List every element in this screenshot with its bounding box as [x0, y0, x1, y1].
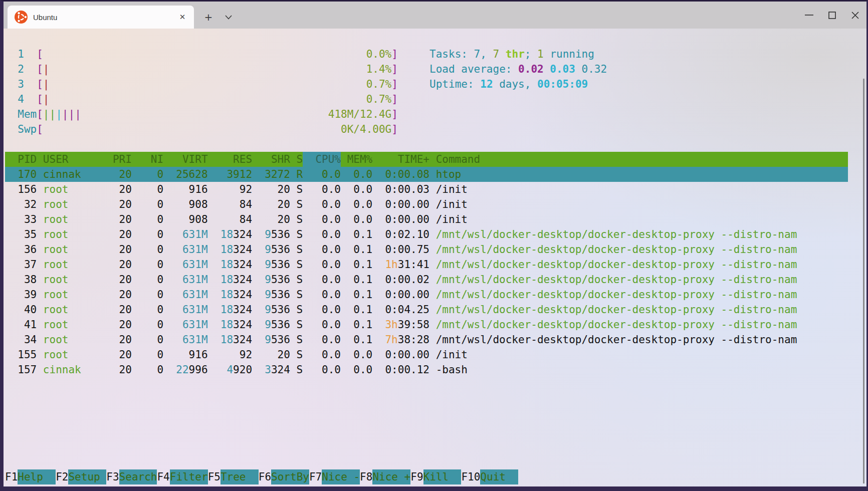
- fn-quit-button[interactable]: Quit: [480, 469, 518, 484]
- fn-filter-button[interactable]: Filter: [170, 469, 208, 484]
- cell-pri: 20: [106, 257, 132, 272]
- column-header-mem[interactable]: MEM%: [341, 152, 372, 167]
- column-header-ni[interactable]: NI: [132, 152, 163, 167]
- cell-pid: 37: [5, 257, 37, 272]
- process-row-pid-38[interactable]: 38 root200631M183249536S0.00.10:00.02 /m…: [5, 272, 848, 287]
- fn-setup-button[interactable]: Setup: [68, 469, 106, 484]
- process-row-pid-32[interactable]: 32 root2009088420S0.00.00:00.00 /init: [5, 197, 848, 212]
- cell-shr: 9536: [252, 272, 290, 287]
- minimize-button[interactable]: [797, 2, 820, 29]
- column-header-shr[interactable]: SHR: [252, 152, 290, 167]
- column-header-cmd[interactable]: Command: [436, 152, 848, 167]
- maximize-button[interactable]: [820, 2, 843, 29]
- cell-pri: 20: [106, 272, 132, 287]
- cell-shr: 9536: [252, 242, 290, 257]
- cell-mem: 0.1: [341, 317, 372, 332]
- fn-sortby-button[interactable]: SortBy: [271, 469, 309, 484]
- cell-time: 0:00.00: [372, 347, 429, 362]
- cell-s: R: [290, 167, 303, 182]
- process-row-pid-33[interactable]: 33 root2009088420S0.00.00:00.00 /init: [5, 212, 848, 227]
- process-row-pid-34[interactable]: 34 root200631M183249536S0.00.17h38:28 /m…: [5, 332, 848, 347]
- cpu3-meter: 3[|0.7%]: [18, 77, 410, 92]
- column-header-cpu[interactable]: CPU%: [303, 152, 341, 167]
- cell-virt: 916: [163, 347, 208, 362]
- close-button[interactable]: [843, 2, 866, 29]
- fn-key-tree: F5: [208, 469, 221, 484]
- cell-pri: 20: [106, 332, 132, 347]
- column-header-virt[interactable]: VIRT: [163, 152, 208, 167]
- fn-search-button[interactable]: Search: [119, 469, 157, 484]
- column-header-pid[interactable]: PID: [5, 152, 37, 167]
- cell-shr: 20: [252, 197, 290, 212]
- cell-time: 0:04.25: [372, 302, 429, 317]
- cell-pid: 170: [5, 167, 37, 182]
- column-header-s[interactable]: S: [290, 152, 303, 167]
- terminal-window: Ubuntu ✕ + 1[0.0%]2[|1.4%]3[|0.7%]4[|0.7…: [0, 0, 868, 491]
- process-row-pid-40[interactable]: 40 root200631M183249536S0.00.10:04.25 /m…: [5, 302, 848, 317]
- cell-mem: 0.0: [341, 362, 372, 377]
- cell-res: 84: [208, 212, 253, 227]
- cell-cpu: 0.0: [303, 347, 341, 362]
- cell-ni: 0: [132, 167, 163, 182]
- fn-nice-plus-button[interactable]: Nice +: [372, 469, 410, 484]
- cell-res: 18324: [208, 257, 253, 272]
- cell-ni: 0: [132, 212, 163, 227]
- cell-pri: 20: [106, 302, 132, 317]
- column-header-res[interactable]: RES: [208, 152, 253, 167]
- cell-cpu: 0.0: [303, 182, 341, 197]
- process-row-pid-156[interactable]: 156 root2009169220S0.00.00:00.03 /init: [5, 182, 848, 197]
- cell-mem: 0.1: [341, 332, 372, 347]
- process-row-pid-39[interactable]: 39 root200631M183249536S0.00.10:00.00 /m…: [5, 287, 848, 302]
- process-row-pid-170[interactable]: 170 cinnak2002562839123272R0.00.00:00.08…: [5, 167, 848, 182]
- fn-tree-button[interactable]: Tree: [221, 469, 259, 484]
- fn-key-nice-minus: F7: [309, 469, 322, 484]
- fn-key-help: F1: [5, 469, 18, 484]
- new-tab-button[interactable]: +: [200, 6, 217, 29]
- cell-cpu: 0.0: [303, 362, 341, 377]
- cell-s: S: [290, 272, 303, 287]
- process-row-pid-41[interactable]: 41 root200631M183249536S0.00.13h39:58 /m…: [5, 317, 848, 332]
- process-row-pid-157[interactable]: 157 cinnak2002299649203324S0.00.00:00.12…: [5, 362, 848, 377]
- scrollbar[interactable]: [863, 79, 864, 483]
- cell-mem: 0.1: [341, 257, 372, 272]
- terminal-tab-ubuntu[interactable]: Ubuntu ✕: [8, 6, 194, 29]
- tab-close-icon[interactable]: ✕: [176, 11, 189, 24]
- process-row-pid-35[interactable]: 35 root200631M183249536S0.00.10:02.10 /m…: [5, 227, 848, 242]
- cell-cpu: 0.0: [303, 197, 341, 212]
- process-row-pid-155[interactable]: 155 root2009169220S0.00.00:00.00 /init: [5, 347, 848, 362]
- cell-pri: 20: [106, 287, 132, 302]
- process-table: PID USERPRINIVIRTRESSHRSCPU%MEM%TIME+ Co…: [5, 152, 848, 377]
- cell-ni: 0: [132, 242, 163, 257]
- fn-key-filter: F4: [157, 469, 169, 484]
- fn-help-button[interactable]: Help: [18, 469, 56, 484]
- column-header-user[interactable]: USER: [43, 152, 106, 167]
- process-row-pid-36[interactable]: 36 root200631M183249536S0.00.10:00.75 /m…: [5, 242, 848, 257]
- cell-cpu: 0.0: [303, 242, 341, 257]
- cell-pid: 35: [5, 227, 37, 242]
- cell-time: 0:02.10: [372, 227, 429, 242]
- title-bar: Ubuntu ✕ +: [4, 2, 866, 29]
- cell-s: S: [290, 362, 303, 377]
- fn-nice-minus-button[interactable]: Nice -: [322, 469, 360, 484]
- cell-user: root: [43, 272, 106, 287]
- fn-kill-button[interactable]: Kill: [423, 469, 462, 484]
- cell-ni: 0: [132, 182, 163, 197]
- cell-ni: 0: [132, 197, 163, 212]
- cell-res: 92: [208, 347, 253, 362]
- cell-mem: 0.1: [341, 227, 372, 242]
- cell-shr: 9536: [252, 257, 290, 272]
- column-header-time[interactable]: TIME+: [372, 152, 429, 167]
- cell-s: S: [290, 302, 303, 317]
- cell-pri: 20: [106, 362, 132, 377]
- fn-key-nice-plus: F8: [360, 469, 372, 484]
- process-row-pid-37[interactable]: 37 root200631M183249536S0.00.11h31:41 /m…: [5, 257, 848, 272]
- cell-res: 18324: [208, 272, 253, 287]
- cell-res: 18324: [208, 302, 253, 317]
- cell-shr: 20: [252, 212, 290, 227]
- tab-dropdown-button[interactable]: [220, 6, 237, 29]
- cell-time: 0:00.00: [372, 197, 429, 212]
- column-header-pri[interactable]: PRI: [106, 152, 132, 167]
- fn-key-sortby: F6: [259, 469, 271, 484]
- cell-ni: 0: [132, 272, 163, 287]
- cell-user: root: [43, 257, 106, 272]
